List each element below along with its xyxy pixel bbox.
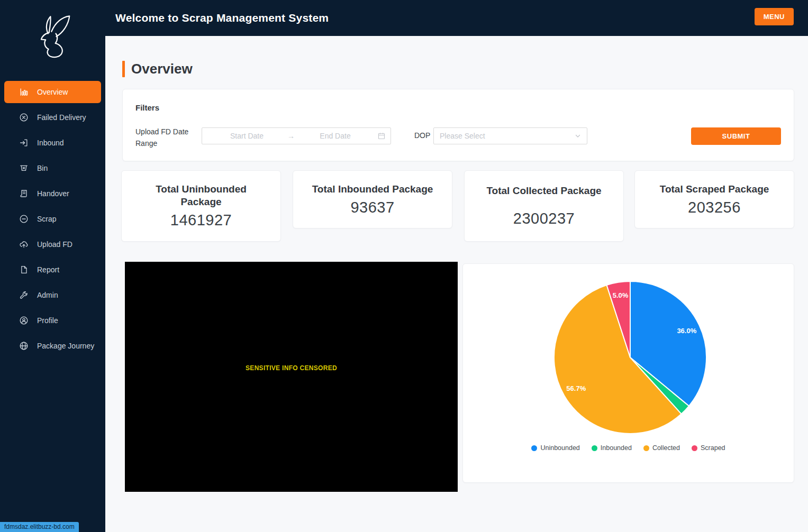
date-range-label: Upload FD Date Range	[135, 126, 194, 149]
sidebar: Overview Failed Delivery Inbound Bin	[0, 0, 105, 532]
sidebar-item-label: Failed Delivery	[37, 113, 86, 122]
dop-placeholder: Please Select	[440, 132, 575, 140]
sidebar-item-label: Scrap	[37, 215, 57, 223]
pie-slice-label: 36.0%	[677, 327, 696, 335]
document-icon	[19, 189, 29, 198]
circle-minus-icon	[19, 214, 29, 224]
legend-item-uninbounded[interactable]: Uninbounded	[531, 444, 579, 452]
stat-title: Total Collected Package	[486, 185, 601, 197]
bar-chart-icon	[19, 87, 29, 97]
stat-value: 2300237	[513, 210, 575, 227]
sidebar-item-overview[interactable]: Overview	[4, 81, 101, 103]
login-arrow-icon	[19, 138, 29, 148]
legend-dot	[592, 445, 597, 451]
sidebar-item-package-journey[interactable]: Package Journey	[0, 333, 105, 359]
sidebar-item-report[interactable]: Report	[0, 257, 105, 282]
header-bar: Welcome to Scrap Management System MENU	[0, 0, 808, 36]
stat-value: 1461927	[170, 212, 232, 229]
main-content: Overview Filters Upload FD Date Range → …	[105, 36, 808, 532]
censored-region: SENSITIVE INFO CENSORED	[125, 262, 458, 492]
pie-slice-label: 56.7%	[566, 384, 586, 392]
legend-dot	[531, 445, 537, 451]
app-title: Welcome to Scrap Management System	[115, 0, 329, 36]
calendar-icon[interactable]	[378, 132, 385, 140]
chart-legend: Uninbounded Inbounded Collected Scraped	[463, 444, 794, 452]
sidebar-item-label: Handover	[37, 189, 69, 198]
end-date-input[interactable]	[296, 132, 375, 140]
sidebar-item-label: Package Journey	[37, 342, 94, 350]
sidebar-item-admin[interactable]: Admin	[0, 282, 105, 308]
pie-chart: 36.0%56.7%5.0%	[463, 264, 795, 441]
sidebar-nav: Overview Failed Delivery Inbound Bin	[0, 79, 105, 359]
legend-dot	[643, 445, 649, 451]
legend-item-collected[interactable]: Collected	[643, 444, 680, 452]
pie-slice-label: 5.0%	[613, 291, 629, 299]
sidebar-item-label: Inbound	[37, 139, 64, 147]
chevron-down-icon	[575, 133, 581, 139]
sidebar-item-label: Upload FD	[37, 240, 72, 249]
filters-heading: Filters	[135, 103, 159, 112]
file-icon	[19, 265, 29, 274]
submit-button[interactable]: SUBMIT	[691, 127, 781, 145]
globe-icon	[19, 341, 29, 351]
bin-icon	[19, 163, 29, 173]
date-range-picker[interactable]: →	[202, 127, 391, 144]
stat-value: 203256	[688, 199, 741, 216]
stat-card-uninbounded: Total Uninbounded Package 1461927	[121, 170, 281, 242]
circle-x-icon	[19, 113, 29, 122]
censored-label: SENSITIVE INFO CENSORED	[125, 364, 458, 372]
sidebar-item-label: Overview	[37, 88, 68, 96]
pie-chart-card: 36.0%56.7%5.0% Uninbounded Inbounded Col…	[462, 263, 794, 483]
dop-select[interactable]: Please Select	[433, 127, 587, 144]
cloud-upload-icon	[19, 240, 29, 249]
legend-item-scraped[interactable]: Scraped	[692, 444, 725, 452]
status-bar-link: fdmsdaz.elitbuzz-bd.com	[0, 522, 79, 532]
range-arrow-icon: →	[286, 132, 296, 140]
sidebar-item-upload-fd[interactable]: Upload FD	[0, 232, 105, 257]
sidebar-item-scrap[interactable]: Scrap	[0, 206, 105, 232]
title-accent-bar	[122, 61, 125, 77]
filters-card: Filters Upload FD Date Range → DOP Pleas…	[122, 89, 794, 161]
start-date-input[interactable]	[207, 132, 286, 140]
bird-logo-icon	[29, 11, 77, 62]
sidebar-item-failed-delivery[interactable]: Failed Delivery	[0, 105, 105, 130]
filters-row: Upload FD Date Range → DOP Please Select…	[135, 127, 781, 145]
legend-item-inbounded[interactable]: Inbounded	[592, 444, 632, 452]
dop-label: DOP	[414, 131, 430, 140]
menu-button[interactable]: MENU	[755, 8, 794, 25]
app-window: Welcome to Scrap Management System MENU …	[0, 0, 808, 532]
sidebar-item-label: Bin	[37, 164, 48, 172]
sidebar-item-label: Report	[37, 265, 59, 274]
stat-value: 93637	[350, 199, 394, 216]
stat-title: Total Uninbounded Package	[153, 183, 249, 208]
sidebar-item-inbound[interactable]: Inbound	[0, 130, 105, 155]
sidebar-item-profile[interactable]: Profile	[0, 308, 105, 333]
page-title: Overview	[122, 61, 193, 77]
user-circle-icon	[19, 316, 29, 325]
sidebar-item-label: Profile	[37, 316, 58, 325]
sidebar-item-bin[interactable]: Bin	[0, 155, 105, 181]
stat-card-scraped: Total Scraped Package 203256	[634, 170, 794, 228]
stat-title: Total Scraped Package	[660, 183, 769, 196]
wrench-icon	[19, 290, 29, 300]
legend-dot	[692, 445, 697, 451]
stat-card-collected: Total Collected Package 2300237	[464, 170, 624, 242]
sidebar-item-label: Admin	[37, 291, 58, 299]
sidebar-item-handover[interactable]: Handover	[0, 181, 105, 206]
stat-card-inbounded: Total Inbounded Package 93637	[293, 170, 452, 228]
stat-title: Total Inbounded Package	[312, 183, 433, 196]
